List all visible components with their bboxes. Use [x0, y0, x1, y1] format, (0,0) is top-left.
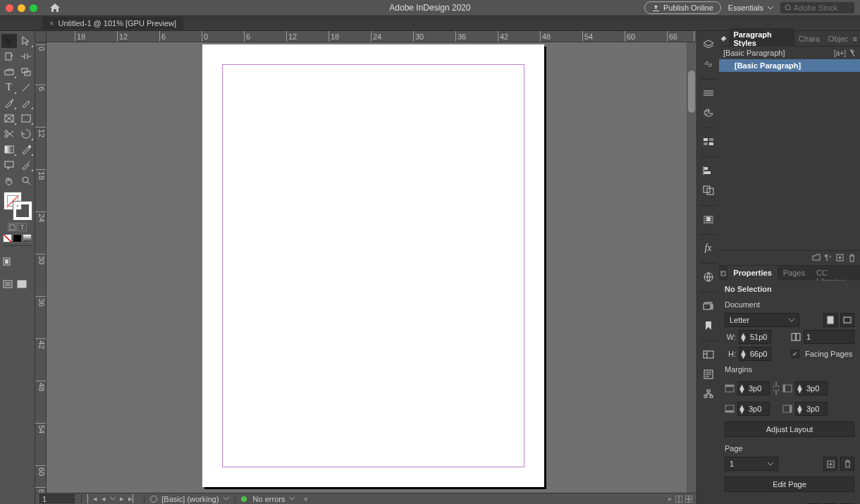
swatches-icon[interactable] [699, 133, 718, 151]
bookmarks-icon[interactable] [699, 316, 718, 335]
width-input[interactable]: ▲▼ [739, 330, 771, 344]
edit-page-button[interactable]: Edit Page [725, 477, 854, 492]
delete-style-icon[interactable] [848, 254, 856, 262]
links-icon[interactable] [699, 55, 718, 73]
publish-online-button[interactable]: Publish Online [644, 1, 721, 14]
close-window[interactable] [6, 4, 13, 12]
panel-menu-icon[interactable]: ≡ [853, 35, 857, 43]
type-tool[interactable]: T [1, 80, 17, 94]
stock-search-input[interactable] [794, 4, 850, 12]
align-icon[interactable] [699, 161, 718, 180]
new-style-icon[interactable] [836, 254, 844, 262]
line-tool[interactable] [18, 80, 34, 94]
panel-collapse-icon[interactable] [721, 35, 727, 41]
ruler-origin[interactable] [35, 31, 47, 42]
apply-color-icon[interactable] [13, 234, 22, 242]
page-number-input[interactable] [39, 494, 75, 503]
stroke-swatch[interactable] [13, 202, 32, 220]
adjust-layout-button[interactable]: Adjust Layout [725, 422, 854, 437]
gradient-feather-tool[interactable] [18, 142, 34, 156]
new-page-button[interactable] [823, 457, 837, 471]
override-indicator-icon[interactable]: [a+] [834, 49, 846, 57]
margin-bottom-input[interactable]: ▲▼ [737, 402, 770, 416]
rectangle-tool[interactable] [18, 111, 34, 125]
grid-view-icon[interactable] [685, 496, 692, 503]
first-page-button[interactable]: ▏◂ [87, 494, 97, 503]
cc-libraries-tab[interactable]: CC Libraries [811, 266, 860, 281]
effects-icon[interactable]: fx [699, 239, 718, 257]
gradient-swatch-tool[interactable] [1, 142, 17, 156]
character-styles-tab[interactable]: Chara [794, 32, 824, 45]
pathfinder-icon[interactable] [699, 181, 718, 199]
page-selector-dropdown[interactable]: 1 [725, 457, 778, 471]
text-wrap-icon[interactable] [699, 210, 718, 228]
pen-tool[interactable] [1, 96, 17, 110]
chevron-down-icon[interactable] [223, 497, 229, 500]
scroll-left-icon[interactable]: ◂ [303, 494, 307, 503]
paragraph-styles-tab[interactable]: Paragraph Styles [729, 28, 794, 49]
margin-left-input[interactable]: ▲▼ [795, 381, 828, 395]
zoom-tool[interactable] [18, 173, 34, 188]
apply-none-icon[interactable] [3, 234, 12, 242]
close-tab-icon[interactable]: × [49, 19, 54, 27]
orientation-landscape-button[interactable] [840, 313, 854, 327]
direct-selection-tool[interactable] [18, 34, 34, 48]
preflight-errors[interactable]: No errors [253, 495, 285, 503]
eyedropper-tool[interactable] [18, 158, 34, 172]
preflight-profile[interactable]: [Basic] (working) [161, 495, 219, 503]
color-icon[interactable] [699, 104, 718, 122]
liquid-layout-icon[interactable] [699, 345, 718, 364]
gap-tool[interactable] [18, 49, 34, 63]
free-transform-tool[interactable] [18, 127, 34, 141]
fill-stroke-swatches[interactable] [4, 192, 32, 220]
home-icon[interactable] [50, 4, 60, 12]
horizontal-ruler[interactable]: 1812606121824303642485460667 [47, 31, 696, 42]
hyperlinks-icon[interactable] [699, 268, 718, 286]
facing-pages-checkbox[interactable]: ✓ [791, 350, 799, 358]
stock-search[interactable] [780, 2, 854, 13]
clear-override-icon[interactable]: ¶⁺ [825, 254, 832, 262]
scrollbar-thumb[interactable] [688, 70, 695, 113]
note-tool[interactable] [1, 158, 17, 172]
document-viewport[interactable] [47, 42, 696, 493]
panel-collapse-icon[interactable] [719, 266, 727, 281]
page-tool[interactable] [1, 49, 17, 63]
format-container-icon[interactable] [8, 223, 17, 231]
stroke-icon[interactable] [699, 84, 718, 102]
style-basic-paragraph[interactable]: [Basic Paragraph] [719, 59, 860, 72]
pages-count-input[interactable] [804, 330, 854, 344]
workspace-selector[interactable]: Essentials [728, 4, 773, 12]
clear-overrides-icon[interactable] [849, 49, 856, 57]
link-margins-icon[interactable] [773, 378, 780, 399]
prev-page-button[interactable]: ◂ [102, 494, 106, 503]
object-styles-tab[interactable]: Objec [824, 32, 853, 45]
screen-mode-normal-icon[interactable] [3, 280, 13, 288]
next-page-button[interactable]: ▸ [120, 494, 124, 503]
scissors-tool[interactable] [1, 127, 17, 141]
maximize-window[interactable] [30, 4, 37, 12]
margin-top-input[interactable]: ▲▼ [737, 381, 770, 395]
format-text-icon[interactable]: T [18, 223, 27, 231]
rectangle-frame-tool[interactable] [1, 111, 17, 125]
layers-icon[interactable] [699, 35, 718, 54]
pencil-tool[interactable] [18, 96, 34, 110]
vertical-scrollbar[interactable] [687, 42, 696, 493]
preflight-profile-icon[interactable] [150, 496, 157, 503]
margin-right-input[interactable]: ▲▼ [795, 402, 828, 416]
articles-icon[interactable] [699, 365, 718, 383]
hand-tool[interactable] [1, 173, 17, 188]
chevron-down-icon[interactable] [289, 497, 295, 500]
content-collector-tool[interactable] [1, 65, 17, 79]
scroll-right-icon[interactable]: ▸ [668, 494, 672, 503]
screen-mode-preview-icon[interactable] [17, 280, 27, 288]
split-view-icon[interactable] [675, 496, 682, 503]
vertical-ruler[interactable]: 0612182430364248546066 [35, 42, 47, 493]
height-input[interactable]: ▲▼ [739, 347, 771, 361]
style-group-icon[interactable] [812, 254, 821, 262]
minimize-window[interactable] [18, 4, 25, 12]
structure-icon[interactable] [699, 385, 718, 403]
page-preset-dropdown[interactable]: Letter [725, 313, 799, 327]
document-tab[interactable]: × Untitled-1 @ 101% [GPU Preview] [42, 17, 183, 30]
delete-page-button[interactable] [840, 457, 854, 471]
chevron-down-icon[interactable] [110, 497, 116, 500]
